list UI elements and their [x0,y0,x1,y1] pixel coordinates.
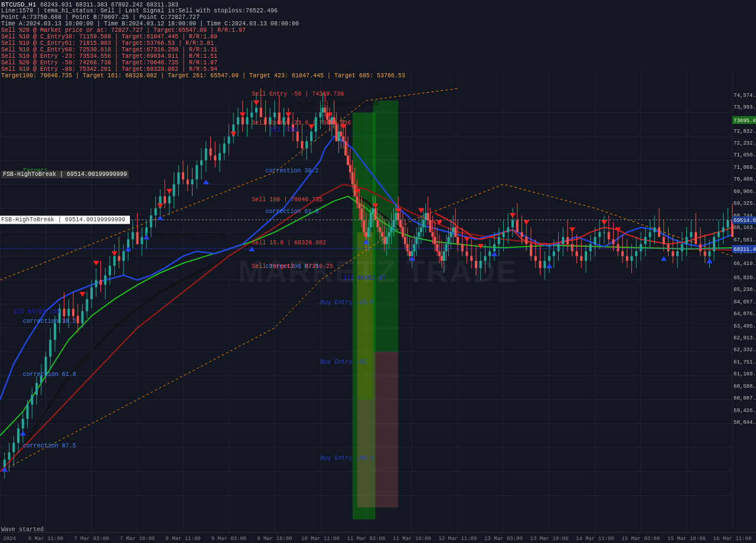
chart-canvas [0,0,756,543]
chart-container: MARKETZ TRADE BTCUSD_H1 68243.031 68311.… [0,0,756,543]
